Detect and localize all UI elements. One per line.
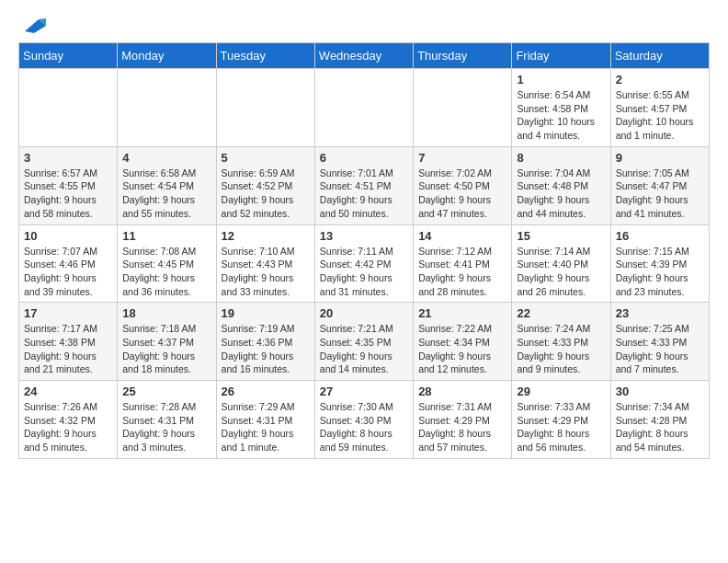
day-number: 26 <box>222 385 310 398</box>
day-number: 14 <box>418 229 506 243</box>
calendar-header-tuesday: Tuesday <box>216 43 314 69</box>
calendar-cell-w4d2: 26Sunrise: 7:29 AM Sunset: 4:31 PM Dayli… <box>216 381 314 459</box>
day-info: Sunrise: 6:55 AM Sunset: 4:57 PM Dayligh… <box>616 88 704 143</box>
calendar-cell-w2d4: 14Sunrise: 7:12 AM Sunset: 4:41 PM Dayli… <box>414 224 512 303</box>
day-number: 1 <box>517 73 605 86</box>
calendar-cell-w1d4: 7Sunrise: 7:02 AM Sunset: 4:50 PM Daylig… <box>414 146 512 224</box>
calendar-header-sunday: Sunday <box>19 43 118 69</box>
calendar-cell-w1d0: 3Sunrise: 6:57 AM Sunset: 4:55 PM Daylig… <box>19 146 118 224</box>
day-info: Sunrise: 7:18 AM Sunset: 4:37 PM Dayligh… <box>122 322 210 376</box>
calendar-week-1: 3Sunrise: 6:57 AM Sunset: 4:55 PM Daylig… <box>19 146 710 224</box>
day-number: 27 <box>320 385 408 398</box>
day-info: Sunrise: 6:59 AM Sunset: 4:52 PM Dayligh… <box>222 167 310 221</box>
day-number: 16 <box>616 229 704 243</box>
calendar-header-saturday: Saturday <box>610 43 709 69</box>
day-info: Sunrise: 7:08 AM Sunset: 4:45 PM Dayligh… <box>122 245 210 299</box>
day-info: Sunrise: 7:34 AM Sunset: 4:28 PM Dayligh… <box>616 400 704 454</box>
day-info: Sunrise: 7:14 AM Sunset: 4:40 PM Dayligh… <box>517 245 605 299</box>
calendar-cell-w0d4 <box>414 69 512 147</box>
day-number: 20 <box>320 306 408 320</box>
calendar-cell-w0d2 <box>216 69 314 147</box>
day-number: 4 <box>122 151 210 165</box>
day-number: 3 <box>24 151 112 165</box>
day-number: 13 <box>320 229 408 243</box>
day-info: Sunrise: 7:04 AM Sunset: 4:48 PM Dayligh… <box>517 167 605 221</box>
calendar-cell-w2d2: 12Sunrise: 7:10 AM Sunset: 4:43 PM Dayli… <box>216 224 314 303</box>
day-info: Sunrise: 7:15 AM Sunset: 4:39 PM Dayligh… <box>616 245 704 299</box>
calendar-week-0: 1Sunrise: 6:54 AM Sunset: 4:58 PM Daylig… <box>19 69 710 147</box>
day-info: Sunrise: 7:25 AM Sunset: 4:33 PM Dayligh… <box>616 322 704 376</box>
day-number: 2 <box>616 73 704 86</box>
day-number: 11 <box>122 229 210 243</box>
day-info: Sunrise: 6:58 AM Sunset: 4:54 PM Dayligh… <box>122 167 210 221</box>
day-number: 29 <box>517 385 605 398</box>
logo <box>18 15 48 35</box>
logo-icon <box>20 15 48 35</box>
calendar-cell-w0d1 <box>118 69 216 147</box>
calendar-cell-w0d6: 2Sunrise: 6:55 AM Sunset: 4:57 PM Daylig… <box>610 69 709 147</box>
day-info: Sunrise: 7:22 AM Sunset: 4:34 PM Dayligh… <box>418 322 506 376</box>
calendar-cell-w2d0: 10Sunrise: 7:07 AM Sunset: 4:46 PM Dayli… <box>19 224 118 303</box>
calendar-cell-w3d2: 19Sunrise: 7:19 AM Sunset: 4:36 PM Dayli… <box>216 303 314 381</box>
day-number: 23 <box>616 306 704 320</box>
calendar-cell-w3d5: 22Sunrise: 7:24 AM Sunset: 4:33 PM Dayli… <box>512 303 610 381</box>
day-number: 15 <box>517 229 605 243</box>
calendar-cell-w3d4: 21Sunrise: 7:22 AM Sunset: 4:34 PM Dayli… <box>414 303 512 381</box>
day-info: Sunrise: 6:57 AM Sunset: 4:55 PM Dayligh… <box>24 167 112 221</box>
calendar-cell-w3d6: 23Sunrise: 7:25 AM Sunset: 4:33 PM Dayli… <box>610 303 709 381</box>
day-number: 28 <box>418 385 506 398</box>
day-info: Sunrise: 7:31 AM Sunset: 4:29 PM Dayligh… <box>418 400 506 454</box>
calendar-cell-w4d0: 24Sunrise: 7:26 AM Sunset: 4:32 PM Dayli… <box>19 381 118 459</box>
day-number: 5 <box>222 151 310 165</box>
calendar-cell-w1d2: 5Sunrise: 6:59 AM Sunset: 4:52 PM Daylig… <box>216 146 314 224</box>
calendar-cell-w1d6: 9Sunrise: 7:05 AM Sunset: 4:47 PM Daylig… <box>610 146 709 224</box>
day-info: Sunrise: 7:07 AM Sunset: 4:46 PM Dayligh… <box>24 245 112 299</box>
day-number: 18 <box>122 306 210 320</box>
day-number: 30 <box>616 385 704 398</box>
calendar-cell-w1d5: 8Sunrise: 7:04 AM Sunset: 4:48 PM Daylig… <box>512 146 610 224</box>
calendar-header-wednesday: Wednesday <box>314 43 413 69</box>
day-number: 21 <box>418 306 506 320</box>
day-info: Sunrise: 7:11 AM Sunset: 4:42 PM Dayligh… <box>320 245 408 299</box>
day-number: 24 <box>24 385 112 398</box>
day-info: Sunrise: 7:05 AM Sunset: 4:47 PM Dayligh… <box>616 167 704 221</box>
calendar-cell-w4d1: 25Sunrise: 7:28 AM Sunset: 4:31 PM Dayli… <box>118 381 216 459</box>
calendar-cell-w0d5: 1Sunrise: 6:54 AM Sunset: 4:58 PM Daylig… <box>512 69 610 147</box>
day-number: 10 <box>24 229 112 243</box>
logo-text <box>18 15 48 35</box>
calendar: SundayMondayTuesdayWednesdayThursdayFrid… <box>18 42 710 459</box>
page-container: SundayMondayTuesdayWednesdayThursdayFrid… <box>0 0 728 474</box>
calendar-cell-w4d6: 30Sunrise: 7:34 AM Sunset: 4:28 PM Dayli… <box>610 381 709 459</box>
day-info: Sunrise: 7:26 AM Sunset: 4:32 PM Dayligh… <box>24 400 112 454</box>
day-number: 7 <box>418 151 506 165</box>
calendar-header-thursday: Thursday <box>414 43 512 69</box>
calendar-cell-w2d6: 16Sunrise: 7:15 AM Sunset: 4:39 PM Dayli… <box>610 224 709 303</box>
calendar-cell-w3d0: 17Sunrise: 7:17 AM Sunset: 4:38 PM Dayli… <box>19 303 118 381</box>
day-info: Sunrise: 7:01 AM Sunset: 4:51 PM Dayligh… <box>320 167 408 221</box>
day-info: Sunrise: 7:24 AM Sunset: 4:33 PM Dayligh… <box>517 322 605 376</box>
day-info: Sunrise: 7:21 AM Sunset: 4:35 PM Dayligh… <box>320 322 408 376</box>
day-info: Sunrise: 7:10 AM Sunset: 4:43 PM Dayligh… <box>222 245 310 299</box>
day-info: Sunrise: 7:17 AM Sunset: 4:38 PM Dayligh… <box>24 322 112 376</box>
header <box>18 15 710 35</box>
calendar-cell-w2d1: 11Sunrise: 7:08 AM Sunset: 4:45 PM Dayli… <box>118 224 216 303</box>
calendar-cell-w3d1: 18Sunrise: 7:18 AM Sunset: 4:37 PM Dayli… <box>118 303 216 381</box>
calendar-cell-w4d5: 29Sunrise: 7:33 AM Sunset: 4:29 PM Dayli… <box>512 381 610 459</box>
calendar-cell-w1d1: 4Sunrise: 6:58 AM Sunset: 4:54 PM Daylig… <box>118 146 216 224</box>
day-info: Sunrise: 7:33 AM Sunset: 4:29 PM Dayligh… <box>517 400 605 454</box>
day-number: 8 <box>517 151 605 165</box>
calendar-cell-w0d0 <box>19 69 118 147</box>
day-info: Sunrise: 7:30 AM Sunset: 4:30 PM Dayligh… <box>320 400 408 454</box>
calendar-cell-w3d3: 20Sunrise: 7:21 AM Sunset: 4:35 PM Dayli… <box>314 303 413 381</box>
calendar-header-friday: Friday <box>512 43 610 69</box>
day-number: 22 <box>517 306 605 320</box>
calendar-cell-w2d5: 15Sunrise: 7:14 AM Sunset: 4:40 PM Dayli… <box>512 224 610 303</box>
calendar-header-monday: Monday <box>118 43 216 69</box>
day-info: Sunrise: 7:28 AM Sunset: 4:31 PM Dayligh… <box>122 400 210 454</box>
calendar-cell-w4d3: 27Sunrise: 7:30 AM Sunset: 4:30 PM Dayli… <box>314 381 413 459</box>
day-number: 12 <box>222 229 310 243</box>
calendar-cell-w4d4: 28Sunrise: 7:31 AM Sunset: 4:29 PM Dayli… <box>414 381 512 459</box>
day-info: Sunrise: 7:02 AM Sunset: 4:50 PM Dayligh… <box>418 167 506 221</box>
calendar-week-3: 17Sunrise: 7:17 AM Sunset: 4:38 PM Dayli… <box>19 303 710 381</box>
day-info: Sunrise: 7:19 AM Sunset: 4:36 PM Dayligh… <box>222 322 310 376</box>
